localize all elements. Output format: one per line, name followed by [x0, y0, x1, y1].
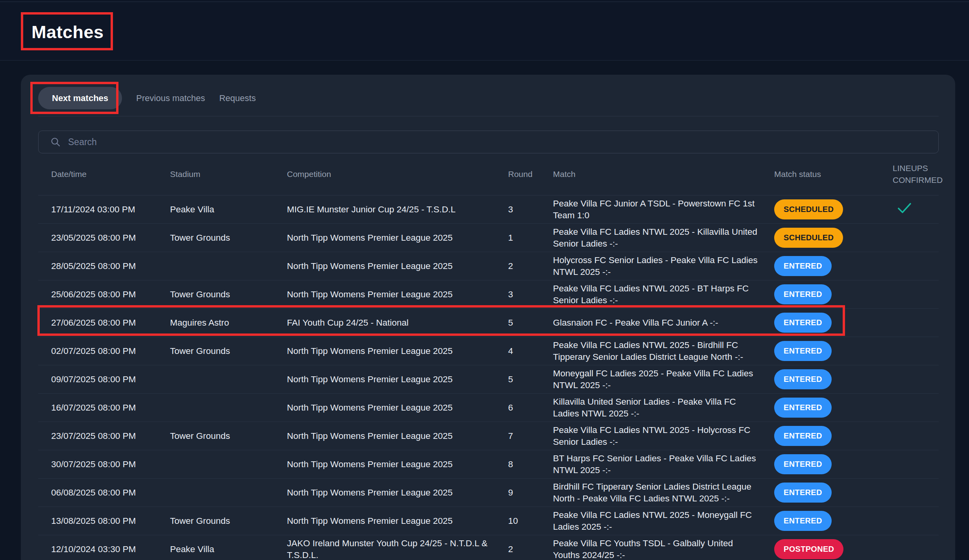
tab-requests[interactable]: Requests	[219, 93, 256, 103]
cell-competition: North Tipp Womens Premier League 2025	[274, 374, 495, 385]
match-status-badge: ENTERED	[774, 398, 832, 418]
cell-match-status: ENTERED	[761, 398, 880, 418]
cell-match-status: SCHEDULED	[761, 228, 880, 248]
search-icon	[50, 137, 61, 147]
table-row[interactable]: 12/10/2024 03:30 PM Peake Villa JAKO Ire…	[38, 535, 939, 560]
cell-datetime: 09/07/2025 08:00 PM	[38, 374, 157, 385]
table-row[interactable]: 28/05/2025 08:00 PM North Tipp Womens Pr…	[38, 252, 939, 280]
matches-page: Matches Next matches Previous matches Re…	[0, 0, 969, 560]
cell-stadium: Tower Grounds	[157, 232, 274, 244]
cell-competition: FAI Youth Cup 24/25 - National	[274, 317, 495, 329]
cell-stadium: Peake Villa	[157, 204, 274, 216]
table-row[interactable]: 23/07/2025 08:00 PM Tower Grounds North …	[38, 422, 939, 450]
cell-match-status: ENTERED	[761, 313, 880, 333]
cell-match-status: ENTERED	[761, 341, 880, 361]
cell-match: Peake Villa FC Ladies NTWL 2025 - BT Har…	[540, 283, 761, 306]
cell-competition: North Tipp Womens Premier League 2025	[274, 260, 495, 272]
table-row[interactable]: 13/08/2025 08:00 PM Tower Grounds North …	[38, 507, 939, 535]
cell-match-status: SCHEDULED	[761, 199, 880, 219]
cell-round: 3	[495, 204, 540, 216]
cell-match-status: ENTERED	[761, 256, 880, 276]
col-header-lineups-confirmed: LINEUPS CONFIRMED	[880, 162, 939, 186]
cell-round: 2	[495, 260, 540, 272]
cell-datetime: 23/05/2025 08:00 PM	[38, 232, 157, 244]
cell-stadium: Tower Grounds	[157, 515, 274, 527]
col-header-competition: Competition	[274, 168, 495, 180]
cell-stadium: Tower Grounds	[157, 430, 274, 442]
cell-round: 2	[495, 543, 540, 555]
table-row[interactable]: 17/11/2024 03:00 PM Peake Villa MIG.IE M…	[38, 195, 939, 224]
cell-round: 5	[495, 374, 540, 385]
match-status-badge: ENTERED	[774, 426, 832, 446]
cell-competition: North Tipp Womens Premier League 2025	[274, 430, 495, 442]
cell-round: 3	[495, 289, 540, 300]
match-status-badge: ENTERED	[774, 454, 832, 474]
cell-round: 6	[495, 402, 540, 414]
cell-match-status: ENTERED	[761, 284, 880, 304]
cell-match: Holycross FC Senior Ladies - Peake Villa…	[540, 254, 761, 278]
table-row[interactable]: 23/05/2025 08:00 PM Tower Grounds North …	[38, 224, 939, 252]
table-row[interactable]: 16/07/2025 08:00 PM North Tipp Womens Pr…	[38, 394, 939, 422]
match-status-badge: ENTERED	[774, 369, 832, 389]
cell-match: BT Harps FC Senior Ladies - Peake Villa …	[540, 453, 761, 476]
cell-match-status: ENTERED	[761, 426, 880, 446]
cell-lineups-confirmed	[880, 203, 939, 217]
cell-datetime: 27/06/2025 08:00 PM	[38, 317, 157, 329]
cell-stadium: Tower Grounds	[157, 289, 274, 300]
cell-match-status: ENTERED	[761, 483, 880, 503]
col-header-match: Match	[540, 168, 761, 180]
table-row[interactable]: 30/07/2025 08:00 PM North Tipp Womens Pr…	[38, 450, 939, 479]
cell-competition: North Tipp Womens Premier League 2025	[274, 345, 495, 357]
cell-match-status: POSTPONED	[761, 539, 880, 559]
cell-match: Moneygall FC Ladies 2025 - Peake Villa F…	[540, 368, 761, 391]
cell-match: Peake Villa FC Junior A TSDL - Powerstow…	[540, 198, 761, 221]
cell-competition: MIG.IE Munster Junior Cup 24/25 - T.S.D.…	[274, 204, 495, 216]
cell-datetime: 25/06/2025 08:00 PM	[38, 289, 157, 300]
matches-card: Next matches Previous matches Requests D…	[21, 75, 955, 560]
table-row[interactable]: 09/07/2025 08:00 PM North Tipp Womens Pr…	[38, 365, 939, 394]
tab-next-matches[interactable]: Next matches	[38, 87, 122, 109]
tabs-divider	[38, 116, 939, 116]
top-bar: Matches	[0, 0, 969, 61]
cell-datetime: 17/11/2024 03:00 PM	[38, 204, 157, 216]
cell-match: Peake Villa FC Ladies NTWL 2025 - Moneyg…	[540, 509, 761, 533]
cell-datetime: 16/07/2025 08:00 PM	[38, 402, 157, 414]
page-title: Matches	[31, 22, 104, 42]
table-row[interactable]: 06/08/2025 08:00 PM North Tipp Womens Pr…	[38, 479, 939, 507]
match-status-badge: ENTERED	[774, 256, 832, 276]
table-row[interactable]: 02/07/2025 08:00 PM Tower Grounds North …	[38, 337, 939, 365]
match-status-badge: POSTPONED	[774, 539, 843, 559]
search-input[interactable]	[67, 136, 926, 148]
table-row[interactable]: 25/06/2025 08:00 PM Tower Grounds North …	[38, 280, 939, 309]
cell-match: Peake Villa FC Ladies NTWL 2025 - Holycr…	[540, 424, 761, 448]
cell-round: 1	[495, 232, 540, 244]
cell-match: Killavilla United Senior Ladies - Peake …	[540, 396, 761, 420]
cell-datetime: 02/07/2025 08:00 PM	[38, 345, 157, 357]
cell-match: Peake Villa FC Ladies NTWL 2025 - Birdhi…	[540, 339, 761, 363]
cell-datetime: 13/08/2025 08:00 PM	[38, 515, 157, 527]
cell-stadium: Tower Grounds	[157, 345, 274, 357]
cell-competition: North Tipp Womens Premier League 2025	[274, 515, 495, 527]
cell-competition: North Tipp Womens Premier League 2025	[274, 232, 495, 244]
cell-round: 4	[495, 345, 540, 357]
cell-match-status: ENTERED	[761, 511, 880, 531]
col-header-match-status: Match status	[761, 168, 880, 180]
match-status-badge: ENTERED	[774, 483, 832, 503]
cell-round: 8	[495, 459, 540, 470]
cell-datetime: 23/07/2025 08:00 PM	[38, 430, 157, 442]
table-header: Date/time Stadium Competition Round Matc…	[38, 153, 939, 195]
cell-match-status: ENTERED	[761, 369, 880, 389]
cell-stadium: Maguires Astro	[157, 317, 274, 329]
cell-match-status: ENTERED	[761, 454, 880, 474]
cell-competition: North Tipp Womens Premier League 2025	[274, 402, 495, 414]
table-row[interactable]: 27/06/2025 08:00 PM Maguires Astro FAI Y…	[38, 309, 939, 337]
tab-previous-matches[interactable]: Previous matches	[136, 93, 205, 103]
match-status-badge: ENTERED	[774, 341, 832, 361]
cell-match: Birdhill FC Tipperary Senior Ladies Dist…	[540, 481, 761, 505]
cell-match: Peake Villa FC Ladies NTWL 2025 - Killav…	[540, 226, 761, 250]
cell-competition: JAKO Ireland Munster Youth Cup 24/25 - N…	[274, 538, 495, 560]
search-box[interactable]	[38, 131, 939, 153]
col-header-stadium: Stadium	[157, 168, 274, 180]
cell-competition: North Tipp Womens Premier League 2025	[274, 289, 495, 300]
col-header-datetime: Date/time	[38, 168, 157, 180]
